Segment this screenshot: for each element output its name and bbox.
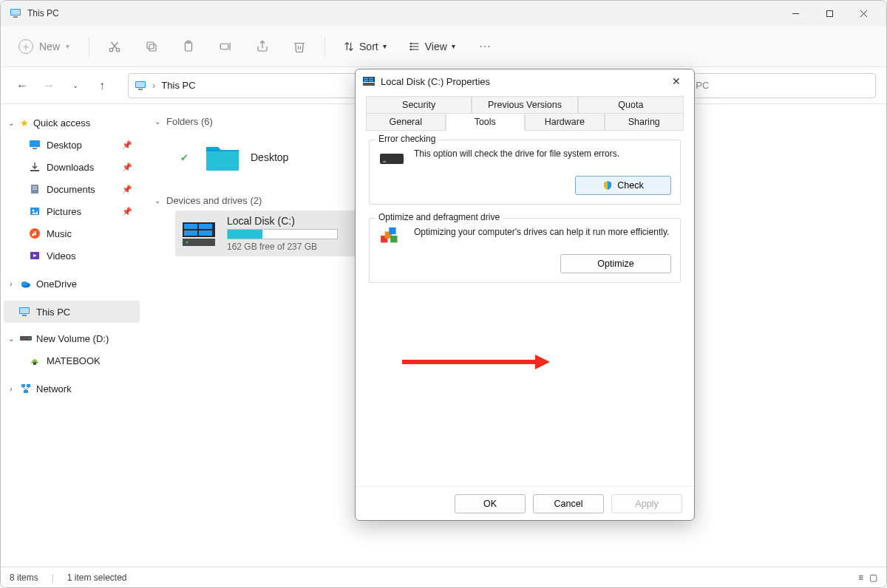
forward-button[interactable]: → (38, 75, 60, 97)
drive-local-c[interactable]: Local Disk (C:) 162 GB free of 237 GB (175, 211, 375, 256)
separator (89, 37, 89, 56)
svg-line-51 (23, 387, 26, 390)
more-button[interactable]: ⋯ (470, 33, 500, 60)
svg-rect-67 (363, 83, 375, 86)
svg-point-61 (186, 242, 188, 244)
quick-access-group[interactable]: ⌄ ★ Quick access (4, 112, 140, 134)
optimize-text: Optimizing your computer's drives can he… (414, 226, 669, 239)
details-view-icon[interactable]: ≡ (858, 572, 863, 583)
paste-icon[interactable] (174, 33, 203, 60)
chevron-down-icon: ▾ (452, 42, 455, 50)
dialog-tabs: Security Previous Versions Quota General… (356, 93, 694, 131)
close-button[interactable] (846, 1, 880, 26)
delete-icon[interactable] (285, 33, 314, 60)
svg-point-46 (29, 338, 30, 339)
svg-point-36 (33, 210, 35, 212)
cancel-button[interactable]: Cancel (533, 494, 604, 513)
onedrive-group[interactable]: › OneDrive (4, 273, 140, 295)
chevron-down-icon: ⌄ (7, 119, 16, 127)
tab-quota[interactable]: Quota (578, 96, 684, 114)
drive-info: Local Disk (C:) 162 GB free of 237 GB (227, 215, 369, 252)
svg-point-25 (410, 49, 411, 49)
optimize-button[interactable]: Optimize (560, 254, 671, 273)
large-icons-view-icon[interactable]: ▢ (869, 572, 877, 583)
back-button[interactable]: ← (11, 75, 33, 97)
sidebar-matebook[interactable]: MATEBOOK (4, 349, 140, 372)
chevron-right-icon: › (7, 385, 16, 393)
tab-hardware[interactable]: Hardware (525, 114, 605, 131)
breadcrumb-separator: › (152, 80, 155, 91)
tab-tools[interactable]: Tools (446, 114, 526, 131)
cut-icon[interactable] (100, 33, 129, 60)
minimize-button[interactable] (778, 1, 812, 26)
dialog-title: Local Disk (C:) Properties (381, 76, 490, 87)
properties-dialog: Local Disk (C:) Properties ✕ Security Pr… (355, 69, 695, 521)
sidebar-videos[interactable]: Videos (4, 245, 140, 267)
error-checking-text: This option will check the drive for fil… (414, 148, 619, 160)
chevron-right-icon: › (7, 280, 16, 288)
drive-free-text: 162 GB free of 237 GB (227, 242, 369, 252)
svg-marker-75 (535, 355, 550, 369)
tab-previous-versions[interactable]: Previous Versions (472, 96, 577, 114)
toolbar: + New ▾ Sort ▾ View ▾ ⋯ (1, 26, 886, 67)
window-title: This PC (27, 8, 778, 18)
svg-rect-11 (149, 44, 156, 51)
sidebar-pictures[interactable]: Pictures📌 (4, 200, 140, 222)
breadcrumb-label[interactable]: This PC (161, 80, 195, 91)
optimize-legend: Optimize and defragment drive (375, 212, 503, 222)
sidebar-downloads[interactable]: Downloads📌 (4, 156, 140, 178)
recent-dropdown[interactable]: ⌄ (64, 75, 86, 97)
copy-icon[interactable] (137, 33, 166, 60)
chevron-down-icon: ⌄ (153, 196, 162, 205)
pin-icon: 📌 (122, 207, 132, 216)
document-icon (29, 183, 41, 195)
tab-security[interactable]: Security (366, 96, 472, 114)
network-icon (20, 383, 32, 394)
svg-rect-56 (184, 224, 197, 229)
ok-button[interactable]: OK (455, 494, 526, 513)
pin-icon: 📌 (122, 185, 132, 194)
apply-button[interactable]: Apply (611, 494, 682, 513)
titlebar: This PC (1, 1, 886, 26)
svg-rect-28 (138, 89, 143, 90)
svg-rect-48 (21, 384, 25, 387)
svg-rect-29 (30, 140, 40, 147)
sort-button[interactable]: Sort ▾ (336, 36, 394, 57)
svg-rect-72 (390, 236, 397, 242)
maximize-button[interactable] (812, 1, 846, 26)
new-label: New (39, 41, 60, 52)
sidebar-desktop[interactable]: Desktop📌 (4, 134, 140, 156)
check-button[interactable]: Check (575, 176, 671, 195)
error-checking-group: Error checking This option will check th… (369, 140, 681, 205)
drive-icon (20, 335, 32, 342)
tab-general[interactable]: General (366, 114, 446, 131)
sort-icon (343, 41, 355, 52)
drive-icon (363, 77, 375, 86)
sidebar-this-pc[interactable]: This PC (4, 301, 140, 323)
svg-rect-44 (22, 315, 27, 316)
error-checking-legend: Error checking (375, 134, 438, 144)
drive-small-icon (378, 148, 405, 168)
folder-desktop[interactable]: ✔ Desktop (175, 137, 323, 177)
share-icon[interactable] (248, 33, 277, 60)
sidebar-documents[interactable]: Documents📌 (4, 178, 140, 200)
drive-icon (181, 219, 217, 247)
chevron-down-icon: ⌄ (153, 117, 162, 126)
chevron-down-icon: ▾ (66, 42, 69, 50)
sidebar-music[interactable]: Music (4, 222, 140, 245)
svg-rect-57 (199, 224, 212, 229)
svg-rect-4 (826, 10, 832, 16)
plus-icon: + (18, 39, 33, 54)
up-button[interactable]: ↑ (91, 75, 113, 97)
svg-line-52 (26, 387, 29, 390)
view-button[interactable]: View ▾ (401, 36, 463, 57)
rename-icon[interactable] (211, 33, 240, 60)
tab-sharing[interactable]: Sharing (605, 114, 684, 131)
new-volume-group[interactable]: ⌄ New Volume (D:) (4, 327, 140, 349)
svg-line-10 (112, 42, 118, 49)
folder-icon (205, 143, 240, 172)
new-button[interactable]: + New ▾ (10, 35, 78, 58)
drive-name: Local Disk (C:) (227, 215, 369, 227)
network-group[interactable]: › Network (4, 377, 140, 400)
dialog-close-button[interactable]: ✕ (666, 72, 687, 90)
